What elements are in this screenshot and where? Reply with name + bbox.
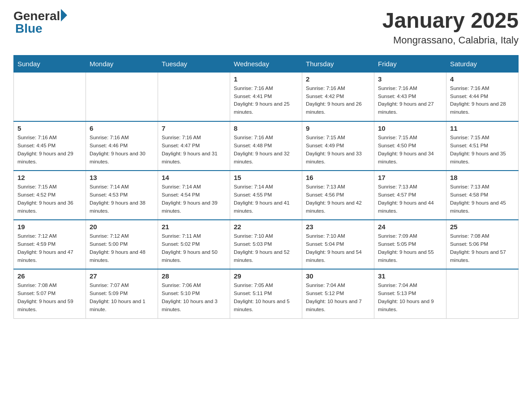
- table-row: 30Sunrise: 7:04 AMSunset: 5:12 PMDayligh…: [302, 269, 374, 318]
- calendar-row: 26Sunrise: 7:08 AMSunset: 5:07 PMDayligh…: [14, 269, 519, 318]
- day-info: Sunrise: 7:16 AMSunset: 4:43 PMDaylight:…: [378, 85, 442, 116]
- day-number: 2: [306, 75, 370, 83]
- day-info: Sunrise: 7:13 AMSunset: 4:58 PMDaylight:…: [450, 183, 515, 215]
- table-row: 11Sunrise: 7:15 AMSunset: 4:51 PMDayligh…: [446, 121, 519, 171]
- logo: General Blue: [13, 9, 67, 36]
- header-thursday: Thursday: [302, 55, 374, 72]
- table-row: 16Sunrise: 7:13 AMSunset: 4:56 PMDayligh…: [302, 171, 374, 220]
- day-number: 4: [450, 75, 515, 83]
- day-number: 26: [17, 272, 82, 280]
- header-saturday: Saturday: [446, 55, 519, 72]
- header-sunday: Sunday: [14, 55, 86, 72]
- header-tuesday: Tuesday: [158, 55, 230, 72]
- day-number: 21: [162, 223, 226, 231]
- page-title: January 2025: [382, 9, 519, 33]
- table-row: 27Sunrise: 7:07 AMSunset: 5:09 PMDayligh…: [86, 269, 158, 318]
- table-row: [158, 72, 230, 121]
- day-info: Sunrise: 7:12 AMSunset: 4:59 PMDaylight:…: [17, 232, 82, 264]
- calendar-header-row: Sunday Monday Tuesday Wednesday Thursday…: [14, 55, 519, 72]
- table-row: 3Sunrise: 7:16 AMSunset: 4:43 PMDaylight…: [374, 72, 446, 121]
- day-info: Sunrise: 7:16 AMSunset: 4:46 PMDaylight:…: [90, 134, 154, 166]
- table-row: 13Sunrise: 7:14 AMSunset: 4:53 PMDayligh…: [86, 171, 158, 220]
- table-row: 7Sunrise: 7:16 AMSunset: 4:47 PMDaylight…: [158, 121, 230, 171]
- day-number: 19: [17, 223, 82, 231]
- day-info: Sunrise: 7:12 AMSunset: 5:00 PMDaylight:…: [90, 232, 154, 264]
- table-row: 4Sunrise: 7:16 AMSunset: 4:44 PMDaylight…: [446, 72, 519, 121]
- day-number: 3: [378, 75, 442, 83]
- day-info: Sunrise: 7:15 AMSunset: 4:51 PMDaylight:…: [450, 134, 515, 166]
- table-row: 19Sunrise: 7:12 AMSunset: 4:59 PMDayligh…: [14, 220, 86, 269]
- day-info: Sunrise: 7:11 AMSunset: 5:02 PMDaylight:…: [162, 232, 226, 264]
- day-info: Sunrise: 7:15 AMSunset: 4:52 PMDaylight:…: [17, 183, 82, 215]
- day-number: 1: [234, 75, 298, 83]
- table-row: 12Sunrise: 7:15 AMSunset: 4:52 PMDayligh…: [14, 171, 86, 220]
- day-info: Sunrise: 7:14 AMSunset: 4:55 PMDaylight:…: [234, 183, 298, 215]
- day-number: 12: [17, 174, 82, 181]
- table-row: [14, 72, 86, 121]
- day-info: Sunrise: 7:16 AMSunset: 4:41 PMDaylight:…: [234, 85, 298, 116]
- table-row: 6Sunrise: 7:16 AMSunset: 4:46 PMDaylight…: [86, 121, 158, 171]
- table-row: [86, 72, 158, 121]
- day-info: Sunrise: 7:16 AMSunset: 4:47 PMDaylight:…: [162, 134, 226, 166]
- day-number: 22: [234, 223, 298, 231]
- table-row: 14Sunrise: 7:14 AMSunset: 4:54 PMDayligh…: [158, 171, 230, 220]
- day-info: Sunrise: 7:05 AMSunset: 5:11 PMDaylight:…: [234, 282, 298, 313]
- day-info: Sunrise: 7:16 AMSunset: 4:42 PMDaylight:…: [306, 85, 370, 116]
- day-number: 15: [234, 174, 298, 181]
- day-number: 16: [306, 174, 370, 181]
- day-number: 18: [450, 174, 515, 181]
- day-info: Sunrise: 7:04 AMSunset: 5:13 PMDaylight:…: [378, 282, 442, 313]
- day-number: 27: [90, 272, 154, 280]
- table-row: 21Sunrise: 7:11 AMSunset: 5:02 PMDayligh…: [158, 220, 230, 269]
- day-info: Sunrise: 7:16 AMSunset: 4:44 PMDaylight:…: [450, 85, 515, 116]
- day-number: 17: [378, 174, 442, 181]
- day-info: Sunrise: 7:15 AMSunset: 4:50 PMDaylight:…: [378, 134, 442, 166]
- header-friday: Friday: [374, 55, 446, 72]
- day-info: Sunrise: 7:08 AMSunset: 5:06 PMDaylight:…: [450, 232, 515, 264]
- day-info: Sunrise: 7:13 AMSunset: 4:56 PMDaylight:…: [306, 183, 370, 215]
- day-info: Sunrise: 7:13 AMSunset: 4:57 PMDaylight:…: [378, 183, 442, 215]
- table-row: 23Sunrise: 7:10 AMSunset: 5:04 PMDayligh…: [302, 220, 374, 269]
- table-row: 17Sunrise: 7:13 AMSunset: 4:57 PMDayligh…: [374, 171, 446, 220]
- day-number: 14: [162, 174, 226, 181]
- day-number: 29: [234, 272, 298, 280]
- day-info: Sunrise: 7:04 AMSunset: 5:12 PMDaylight:…: [306, 282, 370, 313]
- table-row: 15Sunrise: 7:14 AMSunset: 4:55 PMDayligh…: [230, 171, 302, 220]
- day-number: 28: [162, 272, 226, 280]
- table-row: 31Sunrise: 7:04 AMSunset: 5:13 PMDayligh…: [374, 269, 446, 318]
- table-row: 8Sunrise: 7:16 AMSunset: 4:48 PMDaylight…: [230, 121, 302, 171]
- day-info: Sunrise: 7:14 AMSunset: 4:53 PMDaylight:…: [90, 183, 154, 215]
- table-row: 10Sunrise: 7:15 AMSunset: 4:50 PMDayligh…: [374, 121, 446, 171]
- day-info: Sunrise: 7:07 AMSunset: 5:09 PMDaylight:…: [90, 282, 154, 313]
- logo-arrow-icon: [61, 9, 67, 21]
- table-row: 18Sunrise: 7:13 AMSunset: 4:58 PMDayligh…: [446, 171, 519, 220]
- table-row: 25Sunrise: 7:08 AMSunset: 5:06 PMDayligh…: [446, 220, 519, 269]
- table-row: 5Sunrise: 7:16 AMSunset: 4:45 PMDaylight…: [14, 121, 86, 171]
- day-info: Sunrise: 7:15 AMSunset: 4:49 PMDaylight:…: [306, 134, 370, 166]
- table-row: 1Sunrise: 7:16 AMSunset: 4:41 PMDaylight…: [230, 72, 302, 121]
- day-number: 11: [450, 124, 515, 132]
- day-number: 23: [306, 223, 370, 231]
- day-number: 10: [378, 124, 442, 132]
- table-row: [446, 269, 519, 318]
- calendar-row: 19Sunrise: 7:12 AMSunset: 4:59 PMDayligh…: [14, 220, 519, 269]
- table-row: 20Sunrise: 7:12 AMSunset: 5:00 PMDayligh…: [86, 220, 158, 269]
- table-row: 26Sunrise: 7:08 AMSunset: 5:07 PMDayligh…: [14, 269, 86, 318]
- day-number: 31: [378, 272, 442, 280]
- day-info: Sunrise: 7:10 AMSunset: 5:03 PMDaylight:…: [234, 232, 298, 264]
- day-info: Sunrise: 7:08 AMSunset: 5:07 PMDaylight:…: [17, 282, 82, 313]
- table-row: 24Sunrise: 7:09 AMSunset: 5:05 PMDayligh…: [374, 220, 446, 269]
- day-info: Sunrise: 7:16 AMSunset: 4:48 PMDaylight:…: [234, 134, 298, 166]
- calendar-row: 1Sunrise: 7:16 AMSunset: 4:41 PMDaylight…: [14, 72, 519, 121]
- logo-blue-text: Blue: [15, 21, 67, 36]
- day-number: 13: [90, 174, 154, 181]
- table-row: 29Sunrise: 7:05 AMSunset: 5:11 PMDayligh…: [230, 269, 302, 318]
- table-row: 9Sunrise: 7:15 AMSunset: 4:49 PMDaylight…: [302, 121, 374, 171]
- table-row: 28Sunrise: 7:06 AMSunset: 5:10 PMDayligh…: [158, 269, 230, 318]
- header-wednesday: Wednesday: [230, 55, 302, 72]
- calendar-row: 12Sunrise: 7:15 AMSunset: 4:52 PMDayligh…: [14, 171, 519, 220]
- day-number: 30: [306, 272, 370, 280]
- page-subtitle: Mongrassano, Calabria, Italy: [382, 34, 519, 46]
- day-number: 5: [17, 124, 82, 132]
- day-number: 24: [378, 223, 442, 231]
